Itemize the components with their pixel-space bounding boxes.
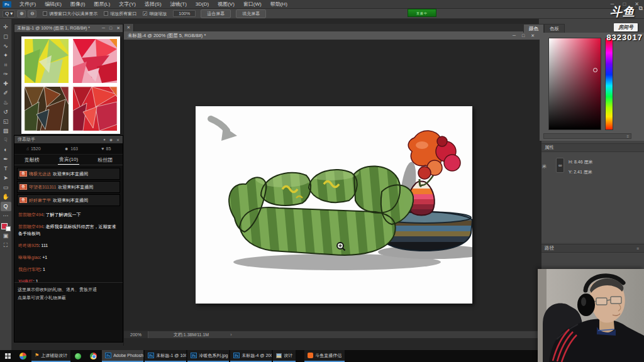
close-icon[interactable]: ✕ (116, 138, 119, 142)
lasso-tool[interactable]: ∿ (1, 41, 11, 51)
tab-close-icon[interactable]: ✕ (124, 24, 134, 31)
tab-vip[interactable]: 贵宾(10) (58, 155, 79, 165)
task-photoshop[interactable]: Ps Adobe Photoshop.. (102, 350, 143, 362)
quick-mask-button[interactable]: ▣ (1, 231, 11, 241)
menu-type[interactable]: 文字(Y) (114, 0, 140, 9)
zoom-tool-preset[interactable]: Q ▾ (3, 10, 15, 18)
welcome-row: 贵 守望者311311 欢迎来到本直播间 (17, 181, 120, 193)
hue-slider[interactable] (605, 38, 613, 130)
messenger-app-button[interactable] (70, 350, 86, 362)
y-label: Y: (569, 170, 572, 174)
hand-tool[interactable]: ✋ (1, 192, 11, 202)
tab-swatches[interactable]: 色板 (544, 24, 565, 33)
minimize-icon[interactable]: ─ (513, 33, 516, 38)
menu-help[interactable]: 帮助(H) (266, 0, 292, 9)
clone-stamp-tool[interactable]: ♨ (1, 98, 11, 107)
pen-tool[interactable]: ✒ (1, 155, 11, 164)
gradient-tool[interactable]: ▨ (1, 126, 11, 136)
arrow-annotation (211, 119, 237, 141)
magic-wand-tool[interactable]: ✦ (1, 51, 11, 60)
eraser-tool[interactable]: ◱ (1, 117, 11, 126)
height-field[interactable]: H: 8.46 厘米 (569, 159, 593, 165)
minimize-icon[interactable]: ─ (102, 26, 105, 31)
danmu-titlebar[interactable]: 弹幕助手 ● ✱ ✕ (14, 136, 123, 143)
chat-message: 我自行车吧: 1 (18, 266, 119, 273)
menu-window[interactable]: 窗口(W) (239, 0, 266, 9)
task-lesson-design[interactable]: ⚑ 上课辅助设计 (31, 350, 70, 362)
document-window-untitled4: ✕ 未标题-4 @ 200% (图层 5, RGB/8#) * ─ □ ✕ (123, 24, 541, 346)
paths-panel-header[interactable]: 路径 ≡ (540, 244, 644, 253)
type-tool[interactable]: T (1, 164, 11, 173)
geometric-artwork (21, 36, 120, 134)
tab-contribution[interactable]: 贡献榜 (23, 155, 41, 165)
brush-tool[interactable]: ✐ (1, 89, 11, 98)
smudge-tool[interactable]: ☟ (1, 136, 11, 145)
fit-screen-button[interactable]: 适合屏幕 (201, 9, 231, 18)
marquee-tool[interactable]: ◻ (1, 32, 11, 41)
menu-select[interactable]: 选择(S) (140, 0, 166, 9)
tab-color[interactable]: 颜色 (523, 24, 544, 33)
zoom-out-button[interactable]: ⊖ (28, 10, 36, 18)
menu-image[interactable]: 图像(I) (66, 0, 90, 9)
chat-username: 前前瞻空494 (18, 224, 43, 229)
unit-fragment: 米 (542, 164, 547, 168)
path-select-tool[interactable]: ➤ (1, 173, 11, 183)
fill-screen-button[interactable]: 填充屏幕 (236, 9, 266, 18)
doc4-titlebar[interactable]: 未标题-4 @ 200% (图层 5, RGB/8#) * ─ □ ✕ (124, 31, 541, 40)
background-color-swatch[interactable] (6, 226, 11, 231)
task-design-image[interactable]: 设计 (273, 350, 296, 362)
panel-menu-icon[interactable]: ≡ (626, 134, 629, 138)
drawing-canvas[interactable] (196, 106, 472, 304)
zoom-in-button[interactable]: ⊕ (17, 10, 26, 18)
panel-menu-icon[interactable]: ≡ (636, 246, 639, 251)
task-color-jpg[interactable]: Ps 冷暖色系列.jpg @ .. (187, 350, 229, 362)
start-button[interactable] (0, 350, 15, 362)
task-label: 上课辅助设计 (41, 353, 67, 359)
menu-layer[interactable]: 图层(L) (89, 0, 114, 9)
tab-fanclub[interactable]: 粉丝团 (96, 155, 114, 165)
menu-edit[interactable]: 编辑(E) (40, 0, 66, 9)
link-dimensions-icon[interactable]: ∞ (556, 158, 564, 173)
pinned-app-button[interactable] (15, 350, 30, 362)
y-value: 2.41 (574, 170, 582, 174)
close-icon[interactable]: ✕ (116, 26, 120, 31)
chat-username: 我自行车吧 (18, 267, 40, 272)
shape-tool[interactable]: ▭ (1, 183, 11, 192)
history-brush-tool[interactable]: ↺ (1, 107, 11, 117)
menu-3d[interactable]: 3D(D) (191, 0, 213, 9)
doc1-titlebar[interactable]: 未标题-1 @ 100% (图层 1, RGB/8#) * ─ □ ✕ (14, 25, 123, 32)
status-arrow-icon[interactable]: › (230, 332, 231, 337)
zoom-all-checkbox[interactable]: 缩放所有窗口 (104, 11, 136, 17)
healing-brush-tool[interactable]: ✚ (1, 79, 11, 89)
color-cursor[interactable] (593, 68, 597, 72)
chrome-button[interactable] (86, 350, 101, 362)
edit-toolbar-button[interactable]: ⋯ (1, 211, 11, 221)
lock-icon[interactable]: ● (103, 138, 106, 142)
y-field[interactable]: Y: 2.41 厘米 (569, 169, 592, 175)
dodge-tool[interactable]: ◐ (1, 145, 11, 155)
eyedropper-tool[interactable]: ✑ (1, 70, 11, 79)
menu-file[interactable]: 文件(F) (15, 0, 40, 9)
crop-tool[interactable]: ⌗ (1, 60, 11, 70)
saturation-brightness-field[interactable] (548, 38, 601, 130)
resize-window-checkbox[interactable]: 调整窗口大小以满屏显示 (43, 11, 97, 17)
menu-view[interactable]: 视图(V) (213, 0, 239, 9)
zoom-percent-field[interactable]: 100% (173, 10, 196, 17)
chat-message-list[interactable]: 贵 嗨极光达达 欢迎来到本直播间 贵 守望者311311 欢迎来到本直播间 贵 … (14, 165, 123, 282)
maximize-icon[interactable]: □ (522, 33, 525, 38)
menu-filter[interactable]: 滤镜(T) (166, 0, 191, 9)
move-tool[interactable]: ✛ (1, 23, 11, 32)
checkbox-icon (43, 11, 47, 16)
zoom-tool[interactable]: Q (1, 202, 11, 211)
doc1-canvas[interactable] (21, 36, 120, 134)
fine-zoom-checkbox[interactable]: ✓ 细微缩放 (143, 11, 167, 17)
task-untitled4[interactable]: Ps 未标题-4 @ 200% .. (230, 350, 272, 362)
gear-icon[interactable]: ✱ (109, 138, 113, 142)
screen-mode-button[interactable]: ⛶ (1, 241, 11, 250)
task-label: 冷暖色系列.jpg @ .. (199, 353, 229, 359)
close-icon[interactable]: ✕ (531, 33, 535, 38)
statusbar-zoom-field[interactable]: 200% (124, 331, 148, 338)
task-douyu-companion[interactable]: 斗鱼直播伴侣 (304, 350, 345, 362)
maximize-icon[interactable]: □ (109, 26, 112, 31)
task-untitled1[interactable]: Ps 未标题-1 @ 100% .. (145, 350, 186, 362)
